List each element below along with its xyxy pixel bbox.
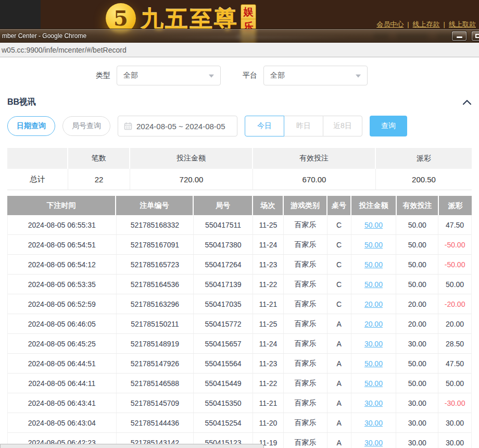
cell-bet-amount-link[interactable]: 30.00	[351, 413, 397, 432]
cell-bet-id: 521785168332	[117, 215, 194, 234]
summary-header-empty	[7, 148, 68, 169]
cell-bet-time: 2024-08-05 06:55:31	[8, 215, 117, 234]
cell-table-no: C	[327, 215, 351, 234]
cell-session: 11-23	[253, 255, 284, 274]
cell-bet-amount-link[interactable]: 50.00	[351, 235, 397, 254]
cell-table-no: A	[327, 374, 351, 393]
collapse-chevron-up-icon[interactable]	[462, 99, 472, 105]
cell-round-id: 550417264	[194, 255, 253, 274]
cell-game-type: 百家乐	[284, 215, 327, 234]
cell-valid-bet: 50.00	[396, 275, 438, 294]
header-bet-id: 注单编号	[116, 196, 194, 215]
summary-header-row: 笔数 投注金额 有效投注 派彩	[7, 148, 472, 169]
section-title: BB视讯	[7, 97, 36, 108]
cell-bet-amount-link[interactable]: 50.00	[351, 354, 397, 373]
cell-bet-id: 521785148919	[117, 334, 194, 353]
type-filter-select[interactable]: 全部	[117, 66, 221, 85]
round-query-tab[interactable]: 局号查询	[62, 116, 110, 136]
cell-payout: 50.00	[438, 275, 471, 294]
cell-session: 11-20	[253, 413, 284, 432]
summary-header-payout: 派彩	[376, 148, 472, 169]
cell-session: 11-21	[253, 393, 284, 413]
cell-payout: -20.00	[438, 294, 471, 314]
table-row: 2024-08-05 06:44:11 521785146588 5504154…	[7, 374, 472, 393]
table-header-row: 下注时间 注单编号 局号 场次 游戏类别 桌号 投注金额 有效投注 派彩	[7, 196, 472, 215]
header-game-type: 游戏类别	[284, 196, 327, 215]
cell-bet-amount-link[interactable]: 50.00	[351, 374, 397, 393]
cell-session: 11-24	[253, 334, 284, 353]
date-range-input[interactable]: 2024-08-05 ~ 2024-08-05	[118, 116, 237, 136]
cell-table-no: C	[327, 235, 351, 254]
cell-round-id: 550417139	[194, 275, 253, 294]
cell-round-id: 550415564	[194, 354, 253, 373]
cell-bet-amount-link[interactable]: 30.00	[351, 433, 397, 448]
bet-table-body: 2024-08-05 06:55:31 521785168332 5504175…	[7, 215, 472, 448]
platform-filter-select[interactable]: 全部	[263, 66, 368, 85]
table-row: 2024-08-05 06:54:12 521785165723 5504172…	[7, 255, 472, 275]
cell-bet-time: 2024-08-05 06:54:51	[8, 235, 117, 254]
cell-payout: 47.50	[438, 215, 471, 234]
cell-round-id: 550417380	[194, 235, 253, 254]
platform-filter-value: 全部	[264, 71, 285, 80]
cell-payout: -50.00	[438, 235, 471, 254]
cell-session: 11-23	[253, 354, 284, 373]
cell-bet-amount-link[interactable]: 50.00	[351, 255, 397, 274]
window-titlebar[interactable]: mber Center - Google Chrome	[0, 29, 479, 43]
cell-bet-amount-link[interactable]: 50.00	[351, 275, 397, 294]
cell-bet-amount-link[interactable]: 20.00	[351, 314, 397, 333]
brand-mark: 5	[114, 8, 128, 29]
cell-payout: -50.00	[438, 255, 471, 274]
last-8-days-button[interactable]: 近8日	[323, 116, 362, 136]
maximize-button[interactable]	[472, 31, 479, 41]
cell-round-id: 550415254	[194, 413, 253, 432]
brand-badge-char: 娱	[241, 5, 256, 19]
header-session: 场次	[253, 196, 284, 215]
bet-record-page: 类型 全部 平台 全部 BB视讯 日期查询 局号查询 2	[0, 57, 479, 448]
cell-round-id: 550417511	[194, 215, 253, 234]
cell-payout: 20.00	[438, 314, 471, 333]
cell-round-id: 550415449	[194, 374, 253, 393]
cell-bet-amount-link[interactable]: 30.00	[351, 334, 397, 353]
cell-game-type: 百家乐	[284, 275, 327, 294]
cell-table-no: A	[327, 334, 351, 353]
nav-withdraw-link[interactable]: 线上取款	[449, 20, 476, 28]
cell-bet-time: 2024-08-05 06:46:05	[8, 314, 117, 333]
background-window-corner	[0, 0, 41, 29]
summary-header-valid-bet: 有效投注	[253, 148, 376, 169]
summary-payout-value: 200.50	[376, 169, 472, 190]
cell-game-type: 百家乐	[284, 413, 327, 432]
cell-payout: 50.00	[438, 374, 471, 393]
header-bet-time: 下注时间	[7, 196, 116, 215]
cell-session: 11-25	[253, 215, 284, 234]
header-bet-amount: 投注金额	[351, 196, 397, 215]
cell-bet-time: 2024-08-05 06:44:51	[8, 354, 117, 373]
cell-round-id: 550415772	[194, 314, 253, 333]
cell-payout: -30.00	[438, 393, 471, 413]
cell-bet-amount-link[interactable]: 50.00	[351, 215, 397, 234]
yesterday-button[interactable]: 昨日	[284, 116, 323, 136]
date-query-tab[interactable]: 日期查询	[7, 116, 55, 136]
cell-bet-id: 521785167091	[117, 235, 194, 254]
cell-valid-bet: 50.00	[396, 374, 438, 393]
cell-payout: 28.50	[438, 334, 471, 353]
calendar-icon	[124, 122, 132, 130]
minimize-button[interactable]	[452, 31, 467, 41]
nav-member-center-link[interactable]: 会员中心	[376, 20, 404, 28]
cell-bet-id: 521785164536	[117, 275, 194, 294]
url-bar[interactable]: w05.cc:9900/infe/mcenter/#/betRecord	[0, 43, 479, 57]
cell-valid-bet: 30.00	[396, 413, 438, 432]
cell-table-no: A	[327, 314, 351, 333]
cell-session: 11-24	[253, 235, 284, 254]
chevron-down-icon	[209, 74, 214, 78]
search-button[interactable]: 查询	[370, 116, 407, 136]
nav-deposit-link[interactable]: 线上存款	[413, 20, 440, 28]
cell-bet-amount-link[interactable]: 30.00	[351, 393, 397, 413]
today-button[interactable]: 今日	[245, 116, 284, 136]
cell-valid-bet: 20.00	[396, 294, 438, 314]
cell-bet-amount-link[interactable]: 20.00	[351, 294, 397, 314]
cell-game-type: 百家乐	[284, 334, 327, 353]
cell-table-no: C	[327, 275, 351, 294]
cell-bet-id: 521785145709	[117, 393, 194, 413]
table-row: 2024-08-05 06:43:41 521785145709 5504153…	[7, 393, 472, 413]
cell-valid-bet: 30.00	[396, 393, 438, 413]
